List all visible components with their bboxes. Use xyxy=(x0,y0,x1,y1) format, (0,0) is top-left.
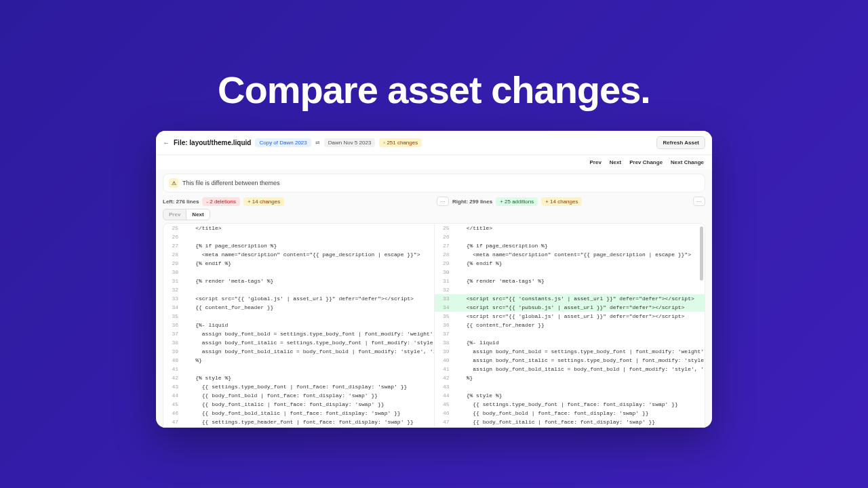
code-line: 48 xyxy=(163,426,434,427)
code-line: 43 {{ settings.type_body_font | font_fac… xyxy=(163,382,434,391)
code-line: 41 assign body_font_bold_italic = body_f… xyxy=(435,365,705,373)
code-line: 34 <script src="{{ 'pubsub.js' | asset_u… xyxy=(435,303,705,312)
nav-next-change[interactable]: Next Change xyxy=(671,159,704,165)
left-changes-pill: + 14 changes xyxy=(243,197,284,206)
code-line: 37 assign body_font_bold = settings.type… xyxy=(163,329,434,338)
code-line: 26 xyxy=(435,232,705,241)
code-line: 27 {% if page_description %} xyxy=(435,241,705,250)
code-line: 30 xyxy=(163,268,434,277)
code-line: 29 {% endif %} xyxy=(163,259,434,268)
code-line: 47 {{ settings.type_header_font | font_f… xyxy=(163,418,434,426)
code-line: 34 {{ content_for_header }} xyxy=(163,303,434,312)
code-line: 46 {{ body_font_bold | font_face: font_d… xyxy=(435,409,705,418)
code-line: 38 assign body_font_italic = settings.ty… xyxy=(163,338,434,347)
app-window: ← File: layout/theme.liquid Copy of Dawn… xyxy=(156,131,712,428)
nav-row: Prev Next Prev Change Next Change xyxy=(156,155,712,169)
code-line: 35 xyxy=(163,312,434,321)
code-line: 40 %} xyxy=(163,356,434,365)
code-line: 26 xyxy=(163,232,434,241)
code-line: 38 {%- liquid xyxy=(435,338,705,347)
code-line: 45 {{ settings.type_body_font | font_fac… xyxy=(435,400,705,409)
theme-a-pill[interactable]: Copy of Dawn 2023 xyxy=(255,138,311,147)
code-line: 27 {% if page_description %} xyxy=(163,241,434,250)
code-line: 44 {% style %} xyxy=(435,391,705,400)
code-line: 47 {{ body_font_italic | font_face: font… xyxy=(435,418,705,426)
toolbar: ← File: layout/theme.liquid Copy of Dawn… xyxy=(156,131,712,155)
right-lines-label: Right: 299 lines xyxy=(452,199,492,205)
left-stats: Left: 276 lines - 2 deletions + 14 chang… xyxy=(163,197,431,206)
right-changes-pill: + 14 changes xyxy=(541,197,582,206)
code-line: 32 xyxy=(435,285,705,294)
code-line: 33 <script src="{{ 'constants.js' | asse… xyxy=(435,294,705,303)
deletions-pill: - 2 deletions xyxy=(202,197,240,206)
code-line: 35 <script src="{{ 'global.js' | asset_u… xyxy=(435,312,705,321)
right-diff-pane[interactable]: 25 </title>2627 {% if page_description %… xyxy=(435,224,705,427)
warning-icon: ⚠ xyxy=(169,178,178,188)
code-line: 39 assign body_font_bold_italic = body_f… xyxy=(163,347,434,356)
code-line: 32 xyxy=(163,285,434,294)
nav-prev[interactable]: Prev xyxy=(589,159,601,165)
diff-container: 25 </title>2627 {% if page_description %… xyxy=(163,223,705,428)
code-line: 40 assign body_font_italic = settings.ty… xyxy=(435,356,705,365)
code-line: 28 <meta name="description" content="{{ … xyxy=(435,250,705,259)
code-line: 42 {% style %} xyxy=(163,373,434,382)
left-diff-pane[interactable]: 25 </title>2627 {% if page_description %… xyxy=(163,224,435,427)
left-menu-icon[interactable]: ⋯ xyxy=(437,197,449,206)
code-line: 31 {% render 'meta-tags' %} xyxy=(435,277,705,285)
code-line: 48 {{ body_font_bold_italic | font_face:… xyxy=(435,426,705,427)
refresh-button[interactable]: Refresh Asset xyxy=(656,136,705,149)
code-line: 36 {{ content_for_header }} xyxy=(435,321,705,329)
banner-text: This file is different between themes xyxy=(182,180,279,186)
code-line: 41 xyxy=(163,365,434,373)
stats-row: Left: 276 lines - 2 deletions + 14 chang… xyxy=(156,194,712,206)
pager: Prev Next xyxy=(156,206,712,223)
code-line: 39 assign body_font_bold = settings.type… xyxy=(435,347,705,356)
scrollbar-thumb[interactable] xyxy=(700,226,703,281)
code-line: 43 xyxy=(435,382,705,391)
left-lines-label: Left: 276 lines xyxy=(163,199,199,205)
hero-title: Compare asset changes. xyxy=(0,68,868,112)
code-line: 25 </title> xyxy=(435,224,705,232)
code-line: 36 {%- liquid xyxy=(163,321,434,329)
changes-pill: ◦ 251 changes xyxy=(379,138,422,147)
code-line: 46 {{ body_font_bold_italic | font_face:… xyxy=(163,409,434,418)
pager-prev[interactable]: Prev xyxy=(163,209,186,220)
swap-icon[interactable]: ⇄ xyxy=(315,140,320,146)
code-line: 45 {{ body_font_italic | font_face: font… xyxy=(163,400,434,409)
additions-pill: + 25 additions xyxy=(496,197,538,206)
nav-prev-change[interactable]: Prev Change xyxy=(629,159,663,165)
code-line: 30 xyxy=(435,268,705,277)
file-label: File: layout/theme.liquid xyxy=(174,139,251,146)
code-line: 31 {% render 'meta-tags' %} xyxy=(163,277,434,285)
back-icon[interactable]: ← xyxy=(163,139,170,146)
code-line: 44 {{ body_font_bold | font_face: font_d… xyxy=(163,391,434,400)
nav-next[interactable]: Next xyxy=(610,159,621,165)
pager-next[interactable]: Next xyxy=(186,209,210,220)
code-line: 28 <meta name="description" content="{{ … xyxy=(163,250,434,259)
diff-banner: ⚠ This file is different between themes xyxy=(163,174,705,192)
right-menu-icon[interactable]: ⋯ xyxy=(693,197,705,206)
code-line: 37 xyxy=(435,329,705,338)
theme-b-pill[interactable]: Dawn Nov 5 2023 xyxy=(324,138,376,147)
right-stats: ⋯ Right: 299 lines + 25 additions + 14 c… xyxy=(437,197,705,206)
code-line: 25 </title> xyxy=(163,224,434,232)
code-line: 33 <script src="{{ 'global.js' | asset_u… xyxy=(163,294,434,303)
code-line: 29 {% endif %} xyxy=(435,259,705,268)
code-line: 42 %} xyxy=(435,373,705,382)
